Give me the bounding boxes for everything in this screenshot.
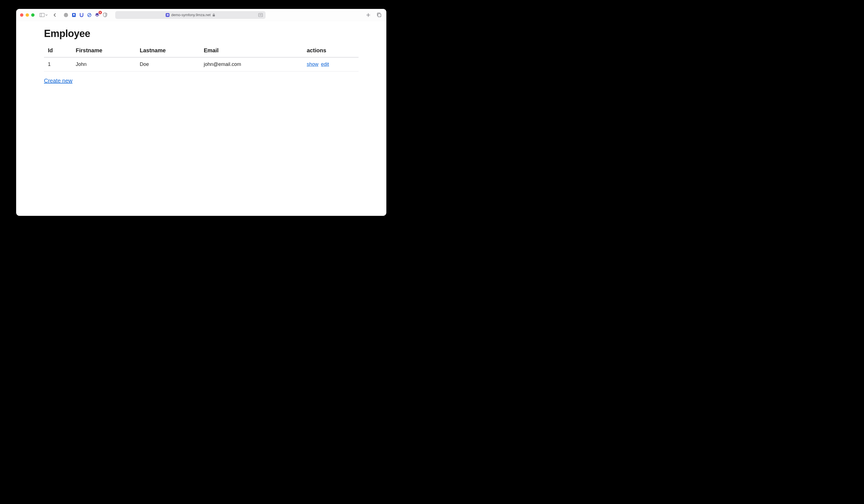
extension-target-icon[interactable]: [63, 13, 69, 17]
header-id: Id: [44, 45, 72, 57]
header-firstname: Firstname: [72, 45, 136, 57]
edit-link[interactable]: edit: [321, 61, 329, 67]
svg-rect-9: [213, 15, 215, 16]
extension-layers-icon[interactable]: 6: [95, 13, 100, 17]
browser-toolbar: 6 demo-symfony.9mza.net: [16, 9, 386, 21]
header-actions: actions: [303, 45, 359, 57]
new-tab-button[interactable]: [365, 11, 372, 19]
tabs-icon: [376, 13, 381, 17]
address-bar-url: demo-symfony.9mza.net: [171, 13, 211, 17]
cell-id: 1: [44, 57, 72, 72]
window-minimize-button[interactable]: [26, 13, 29, 17]
table-header-row: Id Firstname Lastname Email actions: [44, 45, 359, 57]
extension-shield-icon[interactable]: [103, 13, 107, 17]
cell-email: john@email.com: [200, 57, 303, 72]
page-title: Employee: [44, 28, 359, 39]
reader-mode-icon[interactable]: [258, 13, 263, 17]
sidebar-icon: [39, 13, 45, 17]
show-link[interactable]: show: [307, 61, 319, 67]
create-new-link[interactable]: Create new: [44, 77, 72, 84]
svg-rect-10: [259, 13, 263, 17]
toolbar-right: [365, 11, 382, 19]
address-bar[interactable]: demo-symfony.9mza.net: [115, 11, 266, 19]
svg-point-8: [167, 14, 168, 15]
cell-actions: show edit: [303, 57, 359, 72]
extension-bookmark-icon[interactable]: [71, 13, 76, 17]
table-row: 1 John Doe john@email.com show edit: [44, 57, 359, 72]
extension-block-icon[interactable]: [87, 13, 92, 17]
plus-icon: [366, 13, 371, 17]
extension-badge: 6: [98, 11, 102, 14]
lock-icon: [212, 13, 215, 17]
window-controls: [20, 13, 35, 17]
sidebar-toggle-button[interactable]: [40, 11, 47, 19]
extensions-row: 6: [63, 13, 107, 17]
back-button[interactable]: [51, 11, 58, 19]
header-lastname: Lastname: [136, 45, 200, 57]
window-close-button[interactable]: [20, 13, 23, 17]
cell-firstname: John: [72, 57, 136, 72]
svg-point-3: [65, 14, 67, 15]
cell-lastname: Doe: [136, 57, 200, 72]
site-favicon-icon: [166, 13, 169, 17]
chevron-down-icon: [45, 13, 48, 17]
window-maximize-button[interactable]: [31, 13, 35, 17]
extension-honey-icon[interactable]: [79, 13, 84, 17]
employee-table: Id Firstname Lastname Email actions 1 Jo…: [44, 45, 359, 72]
nav-buttons: [51, 11, 58, 19]
header-email: Email: [200, 45, 303, 57]
svg-line-6: [88, 14, 91, 16]
browser-window: 6 demo-symfony.9mza.net: [16, 9, 386, 216]
chevron-left-icon: [52, 13, 57, 17]
tabs-overview-button[interactable]: [375, 11, 382, 19]
svg-rect-0: [40, 13, 45, 17]
page-content: Employee Id Firstname Lastname Email act…: [16, 21, 386, 95]
svg-point-2: [64, 13, 68, 17]
svg-rect-15: [378, 14, 381, 17]
